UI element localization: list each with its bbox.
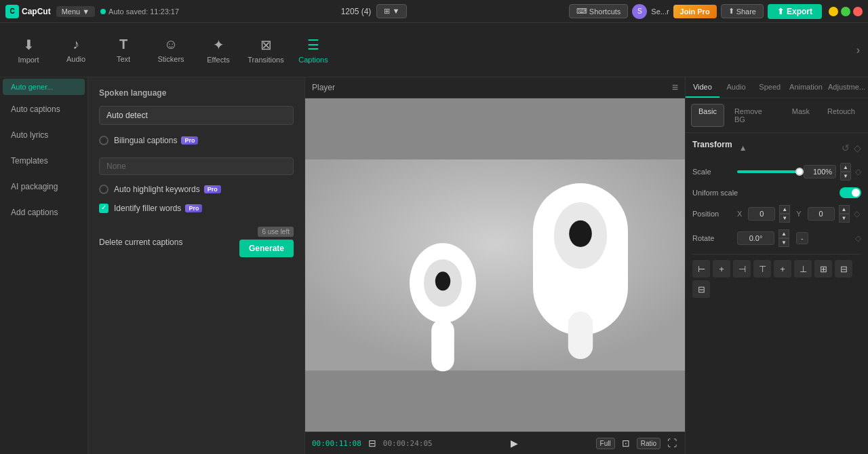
layout-button[interactable]: ⊞ ▼ [376, 4, 407, 18]
pos-y-down[interactable]: ▼ [839, 214, 850, 223]
effects-icon: ✦ [213, 37, 224, 53]
airpods-illustration [305, 98, 685, 432]
export-button[interactable]: ⬆ Export [768, 4, 822, 19]
subtab-mask[interactable]: Mask [785, 104, 817, 127]
rotate-up[interactable]: ▲ [778, 229, 789, 238]
transitions-icon: ⊠ [260, 37, 272, 53]
player-menu-button[interactable]: ≡ [672, 81, 678, 94]
tool-transitions[interactable]: ⊠ Transitions [243, 26, 289, 75]
subtab-retouch[interactable]: Retouch [820, 104, 863, 127]
right-tabs: Video Audio Speed Animation Adjustme... [686, 77, 868, 98]
transform-diamond-icon[interactable]: ◇ [854, 143, 861, 153]
captions-panel: Spoken language Auto detect English Chin… [88, 77, 305, 454]
uniform-scale-toggle[interactable] [840, 187, 861, 198]
subtab-basic[interactable]: Basic [691, 104, 724, 127]
scale-label: Scale [692, 168, 733, 176]
join-pro-button[interactable]: Join Pro [673, 5, 717, 18]
play-button[interactable]: ▶ [509, 436, 519, 450]
delete-captions-label: Delete current captions [99, 238, 182, 247]
close-button[interactable] [853, 7, 863, 16]
language-select[interactable]: Auto detect English Chinese Spanish [99, 106, 294, 125]
y-label: Y [796, 210, 801, 218]
position-y-input[interactable] [808, 207, 835, 221]
rotate-input[interactable] [737, 231, 774, 245]
tool-effects[interactable]: ✦ Effects [195, 26, 241, 75]
scale-diamond-icon[interactable]: ◇ [855, 167, 861, 176]
tool-captions[interactable]: ☰ Captions [290, 26, 336, 75]
tool-import[interactable]: ⬇ Import [5, 26, 52, 75]
maximize-button[interactable] [841, 7, 850, 16]
rotate-row: Rotate ▲ ▼ - ◇ [692, 229, 861, 247]
toolbar-expand-button[interactable]: › [854, 41, 863, 59]
tab-speed[interactable]: Speed [753, 77, 787, 98]
rotate-flip-button[interactable]: - [796, 232, 808, 244]
import-icon: ⬇ [23, 37, 35, 53]
sidebar-item-templates[interactable]: Templates [3, 149, 85, 172]
share-button[interactable]: ⬆ Share [721, 4, 764, 18]
text-icon: T [119, 37, 127, 52]
highlight-radio[interactable] [99, 185, 108, 194]
quality-button[interactable]: Full [596, 438, 615, 449]
tab-video[interactable]: Video [686, 77, 719, 98]
bilingual-option-row: Bilingual captions Pro [99, 136, 294, 145]
topbar-right: ⌨ Shortcuts S Se...r Join Pro ⬆ Share ⬆ … [569, 4, 863, 19]
topbar: C CapCut Menu ▼ Auto saved: 11:23:17 120… [0, 0, 868, 23]
align-right-button[interactable]: ⊣ [733, 260, 751, 278]
align-center-v-button[interactable]: + [774, 260, 791, 278]
app-name: CapCut [22, 7, 51, 16]
uniform-scale-row: Uniform scale [692, 187, 861, 198]
fit-button[interactable]: ⊡ [620, 436, 631, 450]
sidebar-item-auto-lyrics[interactable]: Auto lyrics [3, 124, 85, 147]
timeline-lines-button[interactable]: ⊟ [367, 436, 378, 450]
user-avatar: S [632, 4, 647, 19]
minimize-button[interactable] [829, 7, 838, 16]
fullscreen-button[interactable]: ⛶ [666, 436, 678, 450]
position-x-input[interactable] [748, 207, 775, 221]
sidebar-item-auto-generate[interactable]: Auto gener... [3, 79, 85, 95]
filler-option-row: Identify filler words Pro [99, 204, 294, 213]
ratio-button[interactable]: Ratio [637, 438, 660, 449]
bilingual-radio[interactable] [99, 136, 108, 145]
right-panel: Video Audio Speed Animation Adjustme... … [685, 77, 868, 454]
tool-stickers[interactable]: ☺ Stickers [148, 26, 194, 75]
distribute-v-button[interactable]: ⊟ [835, 260, 852, 278]
tool-text[interactable]: T Text [100, 26, 146, 75]
left-panel: Auto gener... Auto captions Auto lyrics … [0, 77, 88, 454]
position-diamond-icon[interactable]: ◇ [854, 209, 860, 219]
tab-animation[interactable]: Animation [787, 77, 825, 98]
shortcuts-button[interactable]: ⌨ Shortcuts [569, 4, 628, 18]
generate-button[interactable]: Generate [239, 240, 294, 257]
sidebar-item-auto-captions[interactable]: Auto captions [3, 98, 85, 121]
svg-point-9 [435, 271, 450, 290]
pos-y-up[interactable]: ▲ [839, 205, 850, 214]
scale-input[interactable] [804, 165, 836, 178]
transform-undo-icon[interactable]: ↺ [842, 143, 850, 153]
align-extra-button[interactable]: ⊟ [692, 280, 710, 298]
sidebar-item-add-captions[interactable]: Add captions [3, 201, 85, 224]
distribute-h-button[interactable]: ⊞ [814, 260, 832, 278]
scale-up-button[interactable]: ▲ [840, 163, 851, 172]
sidebar-item-ai-packaging[interactable]: AI packaging [3, 175, 85, 198]
align-center-h-button[interactable]: + [713, 260, 730, 278]
tab-adjustments[interactable]: Adjustme... [825, 77, 868, 98]
tool-audio[interactable]: ♪ Audio [53, 26, 99, 75]
menu-button[interactable]: Menu ▼ [56, 6, 95, 17]
filler-pro-badge: Pro [185, 204, 202, 212]
user-name: Se...r [651, 7, 669, 16]
right-subtabs: Basic Remove BG Mask Retouch [686, 98, 868, 133]
tab-audio[interactable]: Audio [719, 77, 753, 98]
align-left-button[interactable]: ⊢ [692, 260, 710, 278]
subtab-removebg[interactable]: Remove BG [727, 104, 782, 127]
scale-slider[interactable] [737, 170, 800, 173]
filler-checkbox[interactable] [99, 204, 108, 213]
rotate-diamond-icon[interactable]: ◇ [855, 233, 861, 243]
pos-x-up[interactable]: ▲ [779, 205, 790, 214]
rotate-down[interactable]: ▼ [778, 238, 789, 247]
highlight-pro-badge: Pro [204, 185, 221, 193]
bilingual-none-select[interactable]: None [99, 157, 294, 175]
scale-down-button[interactable]: ▼ [840, 172, 851, 181]
pos-x-down[interactable]: ▼ [779, 214, 790, 223]
align-bottom-button[interactable]: ⊥ [794, 260, 812, 278]
align-top-button[interactable]: ⊤ [753, 260, 771, 278]
autosave-dot [100, 9, 106, 14]
